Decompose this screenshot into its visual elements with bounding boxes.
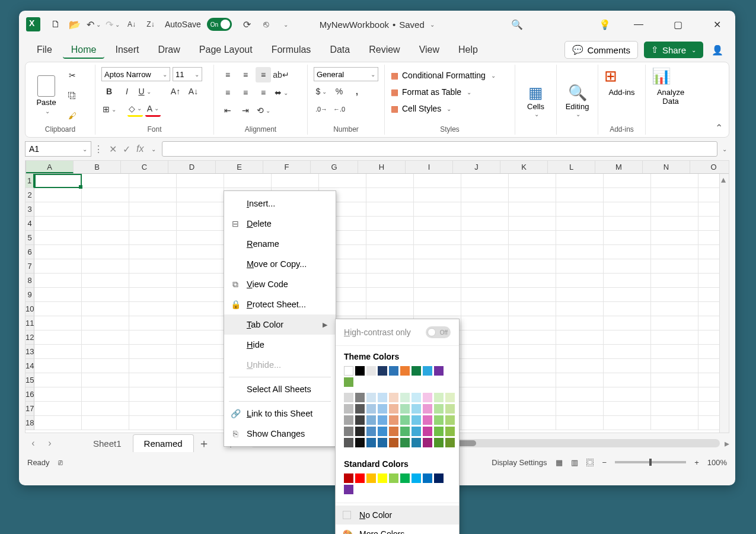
tab-home[interactable]: Home — [63, 41, 105, 59]
font-family-select[interactable]: Aptos Narrow⌄ — [101, 67, 170, 81]
color-swatch[interactable] — [423, 393, 432, 402]
tab-formulas[interactable]: Formulas — [263, 41, 320, 59]
color-swatch[interactable] — [389, 427, 398, 436]
merge-icon[interactable]: ⬌⌄ — [273, 85, 289, 100]
color-swatch[interactable] — [344, 485, 353, 494]
tab-help[interactable]: Help — [450, 41, 486, 59]
sort-desc-icon[interactable]: Z↓ — [142, 16, 159, 33]
color-swatch[interactable] — [366, 415, 376, 425]
color-swatch[interactable] — [344, 438, 353, 447]
minimize-button[interactable]: — — [625, 15, 652, 34]
color-swatch[interactable] — [434, 415, 444, 425]
color-swatch[interactable] — [355, 438, 365, 447]
column-header-G[interactable]: G — [311, 161, 358, 173]
color-swatch[interactable] — [344, 427, 353, 436]
color-swatch[interactable] — [412, 473, 421, 483]
row-header-15[interactable]: 15 — [25, 373, 34, 387]
row-header-1[interactable]: 1 — [25, 174, 34, 188]
sort-asc-icon[interactable]: A↓ — [123, 16, 140, 33]
color-swatch[interactable] — [378, 415, 387, 425]
color-swatch[interactable] — [366, 473, 376, 483]
row-header-17[interactable]: 17 — [25, 402, 34, 416]
color-swatch[interactable] — [389, 473, 398, 483]
color-swatch[interactable] — [434, 366, 444, 376]
view-page-break-icon[interactable]: ⿴ — [586, 458, 594, 467]
ctx-select-all-sheets[interactable]: Select All Sheets — [224, 379, 336, 399]
paste-button[interactable]: Paste ⌄ — [31, 67, 61, 123]
color-swatch[interactable] — [355, 427, 365, 436]
align-center-icon[interactable]: ≡ — [238, 85, 253, 100]
hscroll-right-icon[interactable]: ▸ — [725, 438, 729, 449]
font-size-select[interactable]: 11⌄ — [173, 67, 202, 81]
group-editing[interactable]: 🔍 Editing⌄ — [557, 65, 598, 135]
formula-input[interactable] — [162, 141, 717, 157]
high-contrast-toggle[interactable]: Off — [426, 326, 451, 338]
lightbulb-icon[interactable]: 💡 — [596, 16, 613, 33]
color-swatch[interactable] — [434, 427, 444, 436]
qat-more-icon[interactable]: ⌄ — [277, 16, 294, 33]
color-swatch[interactable] — [355, 473, 365, 483]
share-button[interactable]: ⇧ Share ⌄ — [644, 42, 703, 58]
wrap-text-icon[interactable]: ab↵ — [273, 67, 289, 82]
ctx-link-sheet[interactable]: 🔗Link to this Sheet — [224, 403, 336, 424]
color-swatch[interactable] — [423, 473, 432, 483]
tab-insert[interactable]: Insert — [107, 41, 147, 59]
column-header-N[interactable]: N — [643, 161, 690, 173]
format-as-table-button[interactable]: ▦ Format as Table ⌄ — [391, 84, 509, 100]
row-header-14[interactable]: 14 — [25, 359, 34, 373]
align-middle-icon[interactable]: ≡ — [238, 67, 253, 82]
tab-review[interactable]: Review — [361, 41, 408, 59]
color-swatch[interactable] — [412, 393, 421, 402]
zoom-slider[interactable] — [615, 461, 686, 463]
color-swatch[interactable] — [366, 404, 376, 414]
more-colors-item[interactable]: 🎨More Colors... — [336, 525, 459, 534]
color-swatch[interactable] — [412, 427, 421, 436]
ctx-view-code[interactable]: ⧉View Code — [224, 274, 336, 294]
color-swatch[interactable] — [400, 415, 410, 425]
shrink-font-icon[interactable]: A↓ — [186, 84, 201, 99]
row-header-3[interactable]: 3 — [25, 202, 34, 217]
color-swatch[interactable] — [378, 393, 387, 402]
accessibility-icon[interactable]: ⎚ — [58, 458, 63, 467]
color-swatch[interactable] — [344, 415, 353, 425]
redo-icon[interactable]: ↷⌄ — [104, 16, 121, 33]
color-swatch[interactable] — [389, 393, 398, 402]
close-button[interactable]: ✕ — [703, 15, 731, 34]
color-swatch[interactable] — [344, 473, 353, 483]
search-icon[interactable]: 🔍 — [509, 16, 525, 33]
font-color-icon[interactable]: A⌄ — [145, 101, 161, 117]
color-swatch[interactable] — [445, 438, 455, 447]
fill-color-icon[interactable]: ◇⌄ — [127, 101, 143, 117]
zoom-out-button[interactable]: − — [602, 458, 607, 467]
row-header-11[interactable]: 11 — [25, 316, 34, 330]
color-swatch[interactable] — [355, 415, 365, 425]
color-swatch[interactable] — [445, 393, 455, 402]
row-header-12[interactable]: 12 — [25, 330, 34, 345]
column-header-F[interactable]: F — [263, 161, 311, 173]
column-header-I[interactable]: I — [406, 161, 453, 173]
grow-font-icon[interactable]: A↑ — [168, 84, 183, 99]
color-swatch[interactable] — [389, 404, 398, 414]
column-header-C[interactable]: C — [121, 161, 168, 173]
group-cells[interactable]: ▦ Cells⌄ — [515, 65, 557, 135]
ctx-show-changes[interactable]: ⎘Show Changes — [224, 424, 336, 444]
color-swatch[interactable] — [412, 404, 421, 414]
ctx-rename[interactable]: Rename — [224, 234, 336, 254]
color-swatch[interactable] — [434, 404, 444, 414]
view-normal-icon[interactable]: ▦ — [556, 458, 563, 467]
color-swatch[interactable] — [355, 366, 365, 376]
currency-icon[interactable]: $⌄ — [314, 84, 329, 99]
column-header-L[interactable]: L — [548, 161, 595, 173]
row-header-16[interactable]: 16 — [25, 387, 34, 402]
column-header-O[interactable]: O — [690, 161, 729, 173]
color-swatch[interactable] — [445, 427, 455, 436]
addins-icon[interactable]: ⊞ — [604, 67, 639, 85]
italic-button[interactable]: I — [119, 84, 135, 99]
align-left-icon[interactable]: ≡ — [220, 85, 235, 100]
color-swatch[interactable] — [400, 366, 410, 376]
display-settings-button[interactable]: Display Settings — [492, 458, 547, 467]
ctx-hide[interactable]: Hide — [224, 335, 336, 355]
row-header-10[interactable]: 10 — [25, 302, 34, 316]
color-swatch[interactable] — [378, 473, 387, 483]
color-swatch[interactable] — [378, 427, 387, 436]
